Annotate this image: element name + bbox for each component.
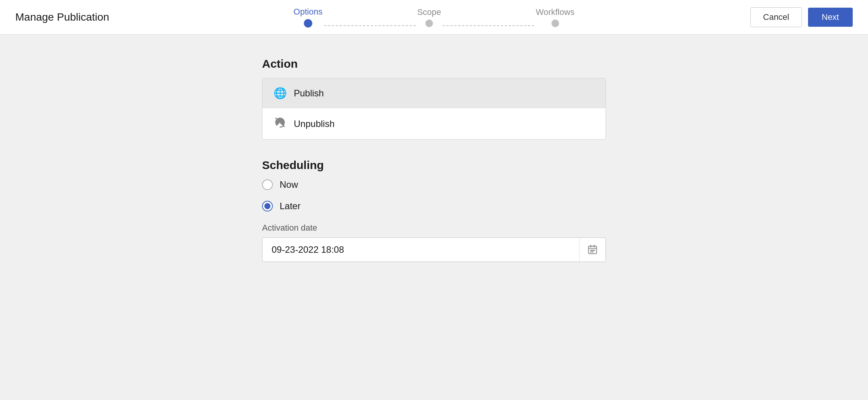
step-workflows: Workflows [536, 7, 575, 27]
svg-rect-3 [593, 250, 595, 251]
next-button[interactable]: Next [808, 8, 853, 27]
step-line-1 [324, 25, 416, 26]
content-area: Action 🌐 Publish Unpublish Scheduling [262, 57, 606, 273]
action-item-publish[interactable]: 🌐 Publish [262, 78, 606, 108]
header: Manage Publication Options Scope Workflo… [0, 0, 868, 34]
radio-now[interactable]: Now [262, 179, 606, 190]
scheduling-radio-group: Now Later [262, 179, 606, 211]
action-list: 🌐 Publish Unpublish [262, 78, 606, 140]
cancel-button[interactable]: Cancel [750, 7, 802, 27]
step-group-scope: Scope [417, 7, 441, 27]
page-title: Manage Publication [15, 11, 109, 23]
action-item-unpublish[interactable]: Unpublish [262, 108, 606, 139]
action-section-title: Action [262, 57, 606, 70]
svg-rect-4 [590, 252, 592, 253]
svg-rect-2 [592, 250, 593, 251]
scheduling-section-title: Scheduling [262, 159, 606, 172]
scheduling-section: Scheduling Now Later Activation date [262, 159, 606, 262]
radio-later-circle [262, 201, 273, 211]
action-publish-label: Publish [294, 88, 324, 99]
radio-later[interactable]: Later [262, 201, 606, 211]
step-group-options: Options [293, 7, 322, 28]
header-actions: Cancel Next [750, 7, 853, 27]
step-line-2 [443, 25, 534, 26]
activation-date-label: Activation date [262, 223, 606, 233]
step-scope-dot [425, 20, 433, 27]
step-group-workflows: Workflows [536, 7, 575, 27]
step-workflows-label: Workflows [536, 7, 575, 17]
radio-now-label: Now [280, 179, 298, 190]
step-options-label: Options [293, 7, 322, 17]
step-scope: Scope [417, 7, 441, 27]
svg-rect-1 [590, 250, 592, 251]
step-workflows-dot [551, 20, 559, 27]
action-unpublish-label: Unpublish [294, 119, 335, 129]
step-scope-label: Scope [417, 7, 441, 17]
step-options: Options [293, 7, 322, 28]
radio-later-label: Later [280, 201, 301, 211]
step-options-dot [304, 19, 312, 28]
unpublish-icon [273, 117, 287, 131]
main-content: Action 🌐 Publish Unpublish Scheduling [0, 34, 868, 296]
svg-rect-5 [592, 252, 593, 253]
radio-now-circle [262, 179, 273, 190]
calendar-icon[interactable] [579, 238, 606, 262]
wizard-steps: Options Scope Workflows [293, 7, 574, 28]
globe-icon: 🌐 [273, 87, 287, 99]
date-input-row [262, 237, 606, 262]
activation-date-input[interactable] [262, 244, 579, 255]
